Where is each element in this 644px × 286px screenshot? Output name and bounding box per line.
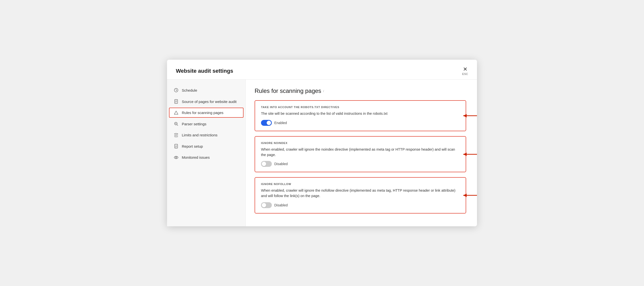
sidebar-item-rules[interactable]: Rules for scanning pages	[169, 108, 244, 118]
card-label-ignore-noindex: IGNORE NOINDEX	[261, 142, 460, 144]
content-area: Rules for scanning pages i TAKE INTO ACC…	[246, 80, 477, 226]
sidebar-item-label-parser: Parser settings	[182, 122, 206, 126]
setting-card-robots-txt: TAKE INTO ACCOUNT THE ROBOTS.TXT DIRECTI…	[254, 100, 466, 131]
sidebar-item-monitored[interactable]: Monitored issues	[167, 152, 246, 163]
svg-rect-5	[175, 144, 178, 148]
search-icon	[174, 122, 179, 126]
toggle-row-ignore-noindex: Disabled	[261, 161, 460, 167]
sidebar-item-schedule[interactable]: Schedule	[167, 84, 246, 96]
card-desc-ignore-noindex: When enabled, crawler will ignore the no…	[261, 147, 460, 158]
triangle-icon	[174, 111, 179, 115]
sidebar-item-label-source: Source of pages for website audit	[182, 99, 237, 104]
clock-icon	[174, 88, 179, 92]
toggle-label-ignore-nofollow: Disabled	[274, 203, 288, 207]
card-desc-robots-txt: The site will be scanned according to th…	[261, 111, 460, 116]
esc-label: ESC	[462, 72, 468, 75]
card-label-ignore-nofollow: IGNORE NOFOLLOW	[261, 183, 460, 186]
toggle-row-ignore-nofollow: Disabled	[261, 202, 460, 208]
sidebar-item-parser[interactable]: Parser settings	[167, 118, 246, 129]
info-icon: i	[323, 89, 324, 93]
sidebar-item-label-limits: Limits and restrictions	[182, 133, 218, 137]
sidebar: Schedule Source of pages for website aud…	[167, 80, 246, 226]
sidebar-item-source[interactable]: Source of pages for website audit	[167, 96, 246, 107]
layers-icon	[174, 133, 179, 137]
toggle-row-robots-txt: Enabled	[261, 120, 460, 126]
close-icon: ✕	[463, 67, 468, 72]
sidebar-item-limits[interactable]: Limits and restrictions	[167, 129, 246, 141]
content-title-text: Rules for scanning pages	[254, 87, 321, 94]
setting-card-ignore-noindex: IGNORE NOINDEX When enabled, crawler wil…	[254, 136, 466, 173]
doc-icon	[174, 99, 179, 104]
content-title: Rules for scanning pages i	[254, 87, 466, 94]
modal-body: Schedule Source of pages for website aud…	[167, 80, 477, 226]
arrow-ignore-nofollow	[463, 192, 477, 199]
sidebar-item-report[interactable]: Report setup	[167, 141, 246, 152]
toggle-label-robots-txt: Enabled	[274, 121, 287, 125]
toggle-knob-ignore-nofollow	[262, 203, 266, 207]
toggle-knob-robots-txt	[267, 121, 271, 125]
eye-icon	[174, 156, 179, 159]
svg-point-2	[175, 122, 177, 125]
card-label-robots-txt: TAKE INTO ACCOUNT THE ROBOTS.TXT DIRECTI…	[261, 106, 460, 109]
sidebar-item-label-report: Report setup	[182, 144, 203, 148]
website-audit-settings-modal: Website audit settings ✕ ESC Schedule So…	[167, 60, 477, 226]
svg-point-4	[174, 133, 178, 134]
modal-header: Website audit settings ✕ ESC	[167, 60, 477, 80]
sidebar-item-label-monitored: Monitored issues	[182, 155, 210, 159]
sidebar-item-label-schedule: Schedule	[182, 88, 197, 92]
report-icon	[174, 144, 179, 148]
close-button[interactable]: ✕ ESC	[462, 67, 468, 75]
toggle-ignore-nofollow[interactable]	[261, 202, 272, 208]
arrow-robots-txt	[463, 112, 477, 119]
arrow-ignore-noindex	[463, 151, 477, 158]
modal-title: Website audit settings	[176, 68, 233, 74]
svg-point-3	[176, 123, 176, 124]
toggle-knob-ignore-noindex	[262, 162, 266, 166]
card-desc-ignore-nofollow: When enabled, crawler will ignore the no…	[261, 188, 460, 199]
sidebar-item-label-rules: Rules for scanning pages	[182, 111, 223, 115]
setting-card-ignore-nofollow: IGNORE NOFOLLOW When enabled, crawler wi…	[254, 177, 466, 214]
svg-marker-12	[463, 194, 467, 197]
toggle-ignore-noindex[interactable]	[261, 161, 272, 167]
svg-marker-8	[463, 114, 467, 117]
svg-point-6	[176, 157, 177, 158]
toggle-label-ignore-noindex: Disabled	[274, 162, 288, 166]
toggle-robots-txt[interactable]	[261, 120, 272, 126]
svg-marker-10	[463, 153, 467, 156]
